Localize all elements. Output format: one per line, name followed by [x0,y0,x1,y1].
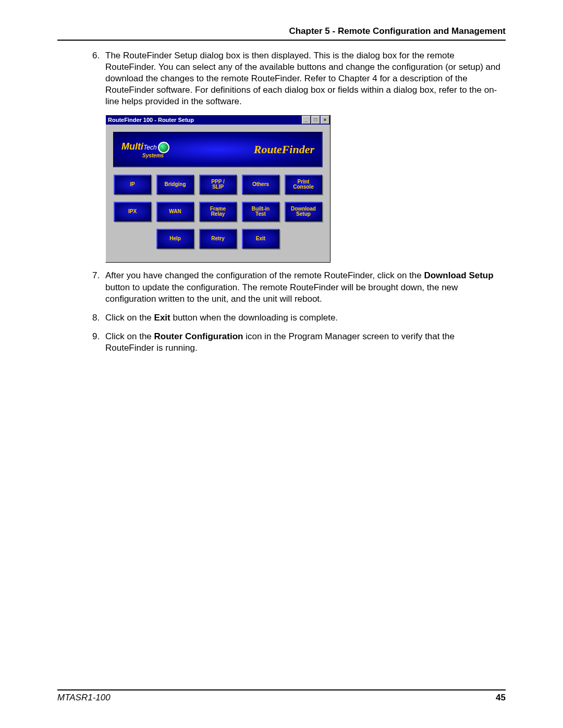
ppp-slip-button[interactable]: PPP / SLIP [199,175,237,194]
router-setup-dialog: RouteFinder 100 - Router Setup _ □ × Mul… [105,115,331,263]
download-setup-button[interactable]: Download Setup [285,202,322,221]
button-row-3: Help Retry Exit [106,229,330,249]
wan-button[interactable]: WAN [156,202,194,221]
step-6-text: The RouteFinder Setup dialog box is then… [105,50,506,107]
frame-relay-button[interactable]: Frame Relay [199,202,237,221]
maximize-button[interactable]: □ [311,116,320,124]
page-header: Chapter 5 - Remote Configuration and Man… [57,26,506,41]
builtin-test-button[interactable]: Built-in Test [242,202,279,221]
page-number: 45 [496,693,506,703]
button-row-1: IP Bridging PPP / SLIP Others Print Cons… [106,175,330,194]
exit-button[interactable]: Exit [242,229,279,249]
step-7-text: After you have changed the configuration… [105,270,506,304]
help-button[interactable]: Help [156,229,194,249]
step-7: After you have changed the configuration… [102,270,506,304]
orb-icon [158,142,169,153]
dialog-title: RouteFinder 100 - Router Setup [108,116,194,124]
routefinder-logo: RouteFinder [254,142,314,157]
bridging-button[interactable]: Bridging [156,175,194,194]
ipx-button[interactable]: IPX [114,202,151,221]
multitech-logo: MultiTech Systems [121,141,169,158]
print-console-button[interactable]: Print Console [285,175,322,194]
close-button[interactable]: × [321,116,329,124]
step-8-text: Click on the Exit button when the downlo… [105,312,506,324]
minimize-button[interactable]: _ [302,116,311,124]
step-9: Click on the Router Configuration icon i… [102,331,506,354]
page-footer: MTASR1-100 45 [57,689,506,703]
step-9-text: Click on the Router Configuration icon i… [105,331,506,354]
step-8: Click on the Exit button when the downlo… [102,312,506,324]
retry-button[interactable]: Retry [199,229,237,249]
step-6: The RouteFinder Setup dialog box is then… [102,50,506,263]
dialog-banner: MultiTech Systems RouteFinder [113,132,323,167]
others-button[interactable]: Others [242,175,279,194]
footer-left: MTASR1-100 [57,693,111,702]
step-list: The RouteFinder Setup dialog box is then… [57,50,506,354]
button-row-2: IPX WAN Frame Relay Built-in Test Downlo… [106,202,330,221]
dialog-titlebar: RouteFinder 100 - Router Setup _ □ × [106,115,330,125]
ip-button[interactable]: IP [114,175,151,194]
